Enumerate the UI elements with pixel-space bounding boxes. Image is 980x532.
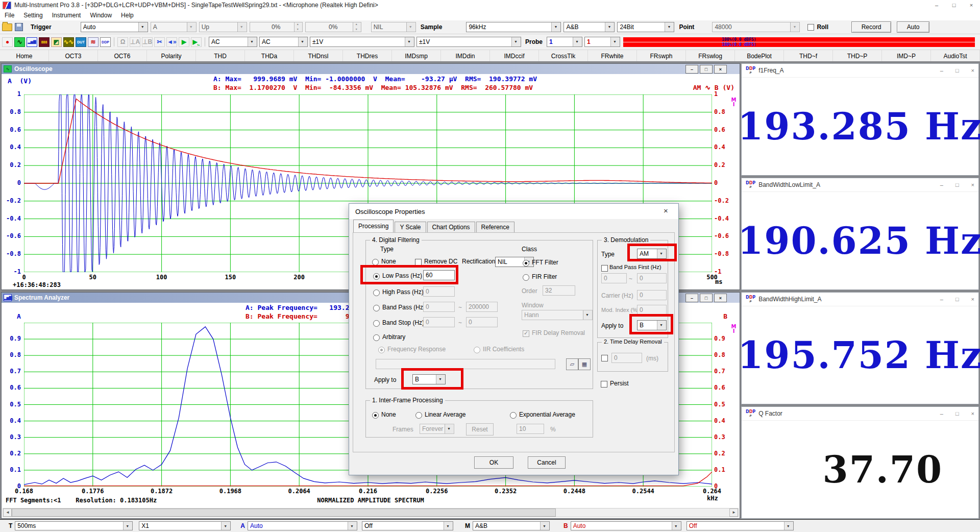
tab-thda[interactable]: THDa [245,50,294,62]
record-button[interactable]: Record [851,21,891,33]
meter-caption[interactable]: DDP⌕ BandWidthHighLimit_A –□× [742,293,978,306]
close-icon[interactable]: × [971,182,974,188]
exponential-average-radio[interactable] [510,412,517,419]
menu-file[interactable]: File [0,12,19,19]
remove-dc-checkbox[interactable] [415,259,422,265]
tab-oct3[interactable]: OCT3 [49,50,98,62]
sound-speaker-icon[interactable]: ◄» [166,37,177,47]
auto-run-icon[interactable]: ▶˾ [191,37,202,47]
a-range-select[interactable]: Auto [248,521,357,530]
window-maximize-button[interactable]: □ [945,0,963,10]
exponential-percent-input[interactable]: 10 [517,424,544,434]
tab-home[interactable]: Home [0,50,49,62]
band-stop-to-input[interactable]: 0 [466,317,498,327]
device-test-plan-icon[interactable]: DUT [76,37,86,47]
tab-crosstlk[interactable]: CrossTlk [539,50,588,62]
demod-apply-to-select[interactable]: B [637,320,667,330]
tab-thd-p[interactable]: THD~P [833,50,882,62]
sampling-channels-select[interactable]: A&B [564,22,615,32]
demod-type-select[interactable]: AM [637,249,667,259]
maximize-icon[interactable]: □ [955,296,959,302]
tab-thdres[interactable]: THDres [343,50,392,62]
filter-none-radio[interactable] [372,259,379,265]
tab-frswlog[interactable]: FRswlog [686,50,735,62]
tab-bodeplot[interactable]: BodePlot [735,50,784,62]
persist-checkbox[interactable] [601,381,607,388]
coupling-b-select[interactable]: AC [259,37,308,47]
record-points-select[interactable]: 48000 [712,22,800,32]
tab-imdsmp[interactable]: IMDsmp [392,50,441,62]
trigger-edge-select[interactable]: Up [199,22,247,32]
save-icon[interactable] [15,23,23,31]
tab-frswph[interactable]: FRswph [637,50,686,62]
scrollbar-thumb[interactable] [12,509,556,517]
tab-oct6[interactable]: OCT6 [98,50,147,62]
low-pass-radio[interactable] [373,273,380,280]
panel-minimize-icon[interactable] [685,65,698,74]
tab-imd-p[interactable]: IMD~P [882,50,931,62]
interframe-none-radio[interactable] [372,412,379,419]
sampling-rate-select[interactable]: 96kHz [466,22,561,32]
tab-thd-f[interactable]: THD~f [784,50,833,62]
tab-chart-options[interactable]: Chart Options [427,222,475,232]
minimize-icon[interactable]: – [940,410,943,417]
demod-bp-to-input[interactable]: 0 [637,273,667,283]
record-led-icon[interactable]: ● [2,37,13,47]
low-pass-input[interactable]: 60 [423,270,455,280]
range-b-select[interactable]: ±1V [416,37,521,47]
mod-index-input[interactable]: 0 [637,305,667,315]
menu-help[interactable]: Help [116,12,138,19]
reset-button[interactable]: Reset [466,423,494,436]
trigger-mode-select[interactable]: Auto [81,22,148,32]
tab-imdccif[interactable]: IMDccif [490,50,539,62]
band-pass-first-checkbox[interactable] [601,265,608,272]
b-filter-select[interactable]: Off [687,521,794,530]
tab-polarity[interactable]: Polarity [147,50,196,62]
a-filter-select[interactable]: Off [362,521,453,530]
tab-processing[interactable]: Processing [353,220,394,232]
tab-y-scale[interactable]: Y Scale [395,222,426,232]
meter-caption[interactable]: DDP⌕ Q Factor –□× [742,407,978,421]
trigger-source-select[interactable]: A [151,22,197,32]
close-icon[interactable]: × [971,296,974,302]
edit-table-icon[interactable]: ▦ [578,358,591,370]
arbitrary-file-input[interactable] [376,359,555,369]
maximize-icon[interactable]: □ [955,182,959,188]
maximize-icon[interactable]: □ [955,67,959,74]
derived-data-point-icon[interactable]: ≋ [88,37,99,47]
menu-window[interactable]: Window [85,12,116,19]
filter-apply-to-select[interactable]: B [412,374,446,384]
ok-button[interactable]: OK [474,456,513,469]
fir-delay-removal-checkbox[interactable] [523,330,529,337]
band-pass-from-input[interactable]: 0 [423,302,455,312]
probe-a-select[interactable]: 1 [547,37,582,47]
menu-setting[interactable]: Setting [19,12,47,19]
open-file-icon[interactable] [2,23,12,31]
linear-average-radio[interactable] [415,412,422,419]
minimize-icon[interactable]: – [940,67,943,74]
probe-calibration-icon[interactable]: ✂ [154,37,165,47]
close-icon[interactable]: × [971,67,974,74]
run-icon[interactable]: ▶ [179,37,189,47]
sampling-bits-select[interactable]: 24Bit [617,22,674,32]
scroll-right-icon[interactable] [729,509,738,517]
demod-bp-from-input[interactable]: 0 [601,273,627,283]
panel-restore-icon[interactable] [700,65,713,74]
panel-close-icon[interactable] [714,65,727,74]
band-pass-to-input[interactable]: 200000 [466,302,498,312]
menu-instrument[interactable]: Instrument [47,12,86,19]
spectrum-h-scrollbar[interactable] [3,508,739,517]
meter-caption[interactable]: DDP⌕ BandWidthLowLimit_A –□× [742,178,978,192]
tab-thdnsl[interactable]: THDnsl [294,50,343,62]
frequency-response-radio[interactable] [378,347,385,353]
band-stop-radio[interactable] [373,320,380,327]
high-pass-radio[interactable] [373,289,380,296]
ddp-viewer-icon[interactable]: DDP [100,37,111,47]
trigger-frames-select[interactable]: NIL [371,22,416,32]
band-pass-radio[interactable] [373,305,380,311]
meter-caption[interactable]: DDP⌕ f1Freq_A –□× [742,64,978,78]
maximize-icon[interactable]: □ [955,410,959,417]
cancel-button[interactable]: Cancel [528,456,566,469]
coupling-a-select[interactable]: AC [209,37,257,47]
tab-reference[interactable]: Reference [476,222,514,232]
